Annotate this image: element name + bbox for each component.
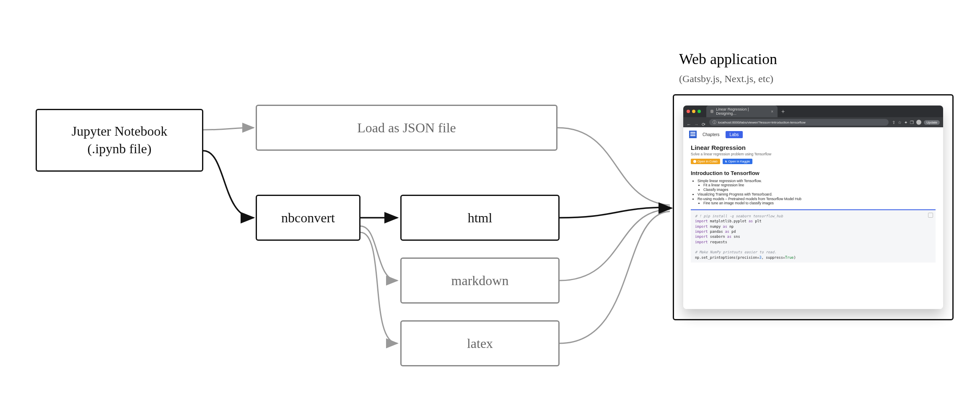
forward-icon[interactable] [694, 120, 698, 124]
code-text: pandas [708, 229, 725, 234]
site-nav: Chapters Labs [683, 127, 943, 142]
node-html-label: html [468, 210, 493, 226]
node-jupyter-notebook: Jupyter Notebook (.ipynb file) [36, 109, 203, 172]
list-item: Classify images [703, 188, 936, 192]
code-text: np [727, 224, 734, 229]
webapp-subtitle: (Gatsby.js, Next.js, etc) [679, 73, 773, 85]
kaggle-icon: k [725, 160, 727, 163]
page-content: Chapters Labs Linear Regression Solve a … [683, 127, 943, 309]
code-text: numpy [708, 224, 723, 229]
tab-title: Linear Regression | Designing… [716, 107, 766, 116]
code-kw: import [695, 240, 708, 244]
open-in-colab-button[interactable]: Open in Colab [691, 159, 720, 164]
close-icon[interactable]: × [771, 109, 773, 114]
profile-icon[interactable] [916, 120, 921, 125]
node-nbconvert: nbconvert [256, 195, 360, 241]
window-maximize-icon[interactable] [697, 110, 701, 113]
webapp-title: Web application [679, 50, 777, 68]
browser-window: Linear Regression | Designing… × + local… [683, 106, 943, 309]
code-kw: import [695, 224, 708, 229]
list-item: Simple linear regression with Tensorflow… [697, 179, 936, 192]
code-text: matplotlib.pyplot [708, 219, 749, 223]
code-kw: import [695, 219, 708, 223]
outline-text: Fit a linear regression line [703, 183, 744, 187]
node-markdown: markdown [400, 258, 560, 304]
outline-list: Simple linear regression with Tensorflow… [697, 179, 936, 205]
list-item: Re-using models – Pretrained models from… [697, 197, 936, 205]
update-button[interactable]: Update [924, 120, 940, 125]
node-html: html [400, 195, 560, 241]
code-line: # ! pip install -q seaborn tensorflow_hu… [695, 214, 783, 218]
extensions-icon[interactable]: ✦ [904, 120, 907, 125]
section-heading: Introduction to Tensorflow [691, 170, 936, 176]
code-text: np.set_printoptions(precision= [695, 255, 760, 260]
node-load-json: Load as JSON file [256, 105, 557, 151]
node-jupyter-line2: (.ipynb file) [72, 140, 167, 158]
node-markdown-label: markdown [451, 273, 509, 288]
browser-tab[interactable]: Linear Regression | Designing… × [706, 106, 778, 117]
code-kw: as [727, 234, 731, 239]
code-line: # Make NumPy printouts easier to read. [695, 250, 776, 254]
code-text: plt [753, 219, 761, 223]
browser-addressbar: localhost:8000/labs/viewer/?lesson=intro… [683, 117, 943, 127]
list-item: Fine tune an image model to classify ima… [703, 201, 936, 205]
window-close-icon[interactable] [687, 110, 690, 113]
code-kw: import [695, 234, 708, 239]
puzzle-icon[interactable]: ❐ [910, 120, 914, 125]
code-kw: as [725, 229, 729, 234]
node-jupyter-line1: Jupyter Notebook [72, 123, 167, 140]
node-latex-label: latex [467, 336, 493, 351]
tab-favicon-icon [710, 110, 713, 113]
site-info-icon[interactable] [713, 120, 716, 125]
star-icon[interactable]: ☆ [898, 120, 902, 125]
code-bool: True [785, 255, 793, 260]
open-in-kaggle-button[interactable]: k Open in Kaggle [723, 159, 752, 164]
code-block: # ! pip install -q seaborn tensorflow_hu… [691, 209, 936, 263]
outline-text: Re-using models – Pretrained models from… [697, 197, 801, 201]
new-tab-button[interactable]: + [781, 108, 785, 115]
list-item: Visualizing Training Progress with Tenso… [697, 192, 936, 196]
site-logo-icon[interactable] [689, 131, 697, 138]
back-icon[interactable] [687, 120, 691, 124]
url-field[interactable]: localhost:8000/labs/viewer/?lesson=intro… [709, 119, 889, 126]
nav-labs[interactable]: Labs [726, 131, 743, 138]
code-kw: as [749, 219, 753, 223]
node-latex: latex [400, 320, 560, 366]
outline-text: Visualizing Training Progress with Tenso… [697, 192, 773, 196]
toolbar-right: ⇧ ☆ ✦ ❐ Update [892, 120, 940, 125]
webapp-frame: Linear Regression | Designing… × + local… [673, 94, 954, 320]
badge-colab-label: Open in Colab [697, 160, 718, 163]
reload-icon[interactable] [702, 120, 706, 124]
code-text: ) [793, 255, 796, 260]
outline-text: Simple linear regression with Tensorflow… [697, 179, 762, 183]
code-text: , suppress= [762, 255, 785, 260]
page-subtitle: Solve a linear regression problem using … [691, 152, 936, 156]
browser-tabbar: Linear Regression | Designing… × + [683, 106, 943, 117]
copy-icon[interactable] [928, 213, 933, 218]
nav-chapters[interactable]: Chapters [703, 132, 720, 137]
code-text: sns [731, 234, 740, 239]
code-text: seaborn [708, 234, 727, 239]
outline-text: Classify images [703, 188, 729, 192]
outline-text: Fine tune an image model to classify ima… [703, 201, 774, 205]
code-text: pd [729, 229, 736, 234]
node-load-json-label: Load as JSON file [357, 120, 456, 136]
code-text: requests [708, 240, 727, 244]
code-kw: import [695, 229, 708, 234]
window-minimize-icon[interactable] [692, 110, 695, 113]
colab-icon [693, 160, 696, 163]
list-item: Fit a linear regression line [703, 183, 936, 187]
url-text: localhost:8000/labs/viewer/?lesson=intro… [718, 121, 806, 124]
badge-kaggle-label: Open in Kaggle [728, 160, 750, 163]
node-nbconvert-label: nbconvert [281, 210, 335, 226]
page-title: Linear Regression [691, 144, 936, 151]
code-kw: as [723, 224, 727, 229]
share-icon[interactable]: ⇧ [892, 120, 895, 125]
